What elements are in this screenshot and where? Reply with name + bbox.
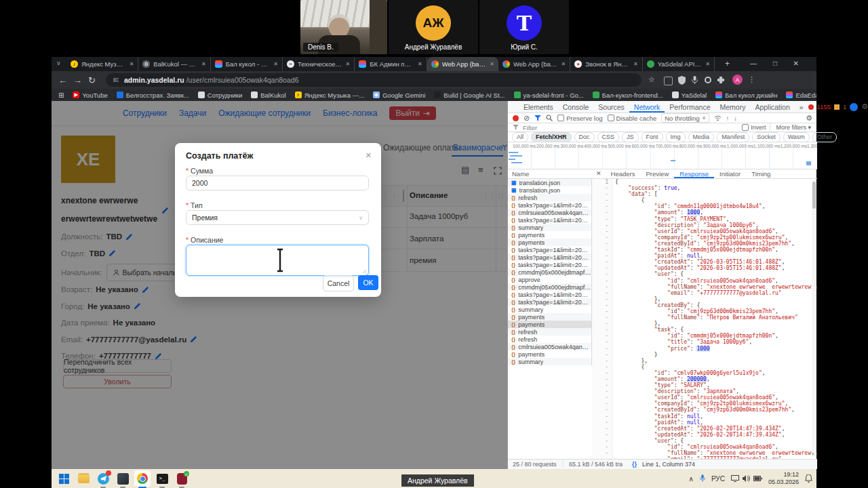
request-row[interactable]: cmlrsuiea005owak4qan8oad6 — [508, 209, 591, 216]
devtools-tab[interactable]: Sources — [593, 101, 629, 113]
request-row[interactable]: refresh — [508, 328, 591, 336]
filter-chip[interactable]: Other — [812, 132, 837, 142]
request-row[interactable]: tasks?page=1&limit=20&filters%5… — [508, 216, 591, 224]
amount-input[interactable]: 2000 — [186, 176, 369, 190]
network-overview-timeline[interactable]: 100,000 ms200,000 ms300,000 ms400,000 ms… — [508, 142, 817, 169]
disable-cache-checkbox[interactable]: Disable cache — [608, 115, 657, 122]
request-row[interactable]: cmlrsuiea005owak4qan8oad6 — [508, 343, 591, 350]
request-row[interactable]: translation.json — [508, 186, 591, 194]
request-row[interactable]: summary — [508, 224, 591, 231]
chrome-icon[interactable] — [134, 470, 151, 487]
pinned-app-icon[interactable] — [115, 470, 131, 487]
filter-chip[interactable]: All — [512, 132, 528, 142]
bookmark-item[interactable]: ♪ Яндекс Музыка —... — [295, 92, 364, 99]
devtools-tab[interactable]: » — [795, 101, 808, 113]
devtools-tab[interactable]: Elements — [519, 101, 558, 113]
request-row[interactable]: cmmdmj05x000ejdtmapfzh00n — [508, 268, 591, 276]
clock[interactable]: 19:12 05.03.2026 — [768, 471, 799, 487]
network-conditions-icon[interactable] — [714, 115, 722, 121]
network-settings-icon[interactable]: ⚙ — [806, 114, 816, 123]
site-settings-icon[interactable] — [113, 77, 119, 83]
devtools-tab[interactable]: Performance — [665, 101, 715, 113]
filter-input[interactable]: Filter — [523, 124, 537, 131]
tab-close-icon[interactable]: ✕ — [418, 61, 422, 67]
request-row[interactable]: refresh — [508, 194, 591, 201]
resize-handle-icon[interactable] — [362, 269, 367, 274]
request-row[interactable]: payments — [508, 239, 591, 246]
filter-chip[interactable]: Font — [642, 132, 663, 142]
close-detail-icon[interactable]: ✕ — [592, 170, 606, 177]
detail-tab[interactable]: Preview — [640, 169, 674, 178]
detail-tab[interactable]: Response — [674, 169, 714, 178]
reload-button[interactable]: ↻ — [88, 75, 96, 85]
bookmark-item[interactable]: Бал кукол дизайн — [715, 92, 777, 99]
browser-tab[interactable]: YaSdelal API Docume ✕ — [643, 57, 715, 71]
warning-count[interactable]: 1 — [843, 103, 846, 110]
profile-avatar[interactable]: A — [732, 75, 743, 85]
request-row[interactable]: tasks?page=1&limit=20&filters%5… — [508, 261, 591, 268]
browser-tab[interactable]: B BalKukol — Профиль ✕ — [138, 57, 210, 71]
bookmark-item[interactable]: Белгосстрах. Заявк... — [117, 92, 189, 99]
request-row[interactable]: payments — [508, 350, 591, 358]
browser-menu-icon[interactable]: ⋮ — [748, 75, 755, 84]
browser-tab[interactable]: ♪ Яндекс Музыка — с ✕ — [66, 57, 138, 71]
request-row[interactable]: cmmdmj05x000ejdtmapfzh00n — [508, 283, 591, 291]
filter-chip[interactable]: Img — [666, 132, 686, 142]
throttling-select[interactable]: No throttling∨ — [661, 113, 709, 123]
request-row[interactable]: payments — [508, 231, 591, 239]
request-row[interactable]: approve — [508, 276, 591, 283]
devtools-tab[interactable]: Console — [558, 101, 594, 113]
cancel-button[interactable]: Cancel — [323, 275, 354, 291]
scrollbar-thumb[interactable] — [812, 182, 816, 209]
description-textarea[interactable] — [186, 245, 369, 276]
name-column-header[interactable]: Name — [508, 169, 592, 179]
new-tab-button[interactable]: + — [725, 59, 730, 68]
browser-tab[interactable]: Web App (based on ✕ — [498, 57, 570, 71]
tab-close-icon[interactable]: ✕ — [705, 61, 710, 67]
extensions-puzzle-icon[interactable] — [717, 76, 725, 84]
search-icon[interactable] — [546, 115, 553, 121]
record-network-icon[interactable] — [513, 115, 519, 121]
video-tile-andrey[interactable]: АЖ Андрей Журавлёв — [389, 0, 478, 54]
address-bar[interactable]: admin.yasdelal.ru/user/cmlrsuiea005owak4… — [106, 73, 642, 87]
export-har-icon[interactable]: ↓ — [734, 115, 737, 122]
filter-chip[interactable]: JS — [622, 132, 639, 142]
bookmark-item[interactable]: Бал-кукол-frontend... — [593, 92, 663, 99]
request-row[interactable]: payments — [508, 321, 591, 328]
tray-chevron-icon[interactable]: ∧ — [689, 475, 694, 483]
filter-chip[interactable]: Media — [688, 132, 715, 142]
transferred-summary[interactable]: 65.1 kB / 546 kB tra — [569, 461, 623, 468]
bookmark-item[interactable]: Build | Google AI St... — [434, 92, 505, 99]
filter-chip[interactable]: Socket — [752, 132, 781, 142]
tab-group-icon[interactable] — [664, 77, 673, 85]
browser-tab[interactable]: Бал кукол - Figma ✕ — [211, 57, 283, 71]
tab-close-icon[interactable]: ✕ — [273, 61, 278, 67]
devtools-tab[interactable]: Memory — [715, 101, 750, 113]
back-button[interactable]: ← — [58, 75, 67, 85]
bookmark-item[interactable]: EdaEda (Copy) – Fig... — [786, 92, 816, 99]
filter-chip[interactable]: CSS — [597, 132, 620, 142]
tab-close-icon[interactable]: ✕ — [561, 61, 566, 67]
file-explorer-icon[interactable] — [75, 470, 92, 487]
scrollbar-track[interactable]: ▾ — [812, 180, 816, 457]
detail-tab[interactable]: Timing — [746, 169, 776, 178]
bookmark-item[interactable]: ya-sdelal-front - Go... — [514, 92, 584, 99]
bookmark-item[interactable]: BalKukol — [251, 92, 286, 99]
minimize-button[interactable]: — — [750, 60, 757, 67]
language-indicator[interactable]: РУС — [711, 475, 725, 483]
devtools-settings-icon[interactable]: ⚙ — [861, 102, 868, 111]
warning-badge-icon[interactable] — [834, 104, 840, 110]
type-select[interactable]: Премия ∨ — [186, 210, 369, 225]
request-row[interactable]: translation.json — [508, 179, 591, 186]
bookmark-item[interactable]: ▶ YouTube — [73, 92, 107, 99]
request-row[interactable]: summary — [508, 306, 591, 313]
more-filters-button[interactable]: More filters ▾ — [770, 124, 816, 131]
pinned-app2-icon[interactable]: ✓ — [174, 470, 190, 487]
preserve-log-checkbox[interactable]: Preserve log — [557, 115, 602, 122]
request-row[interactable]: payments — [508, 313, 591, 321]
microphone-extension-icon[interactable] — [692, 76, 698, 85]
browser-tab[interactable]: БК Админ панель (п ✕ — [355, 57, 427, 71]
close-button[interactable]: ✕ — [793, 60, 799, 67]
start-button[interactable] — [56, 470, 72, 487]
browser-tab[interactable]: Web App (based on ✕ — [427, 57, 498, 71]
